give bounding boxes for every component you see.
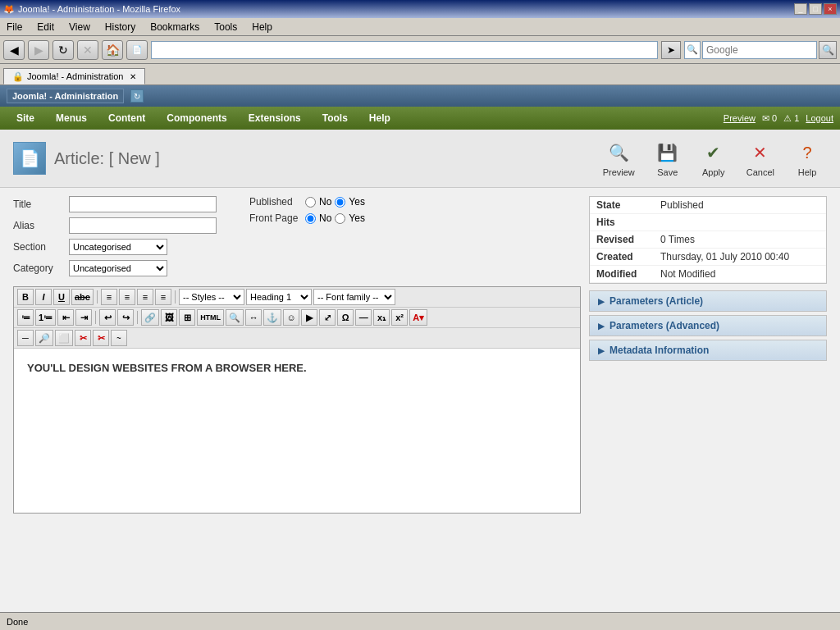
save-button[interactable]: 💾 Save xyxy=(648,136,687,180)
preview-link[interactable]: Preview xyxy=(724,113,756,123)
menu-help[interactable]: Help xyxy=(249,20,276,34)
styles-select[interactable]: -- Styles -- xyxy=(179,289,244,305)
params-article-header[interactable]: ▶ Parameters (Article) xyxy=(590,291,826,311)
undo-button[interactable]: ↩ xyxy=(99,309,116,326)
metadata-arrow: ▶ xyxy=(598,346,605,355)
tab-close-icon[interactable]: ✕ xyxy=(130,72,136,81)
search-engine-icon[interactable]: 🔍 xyxy=(684,41,701,59)
reload-button[interactable]: ↻ xyxy=(52,40,74,60)
align-justify-button[interactable]: ≡ xyxy=(155,289,171,305)
unordered-list-button[interactable]: ≔ xyxy=(17,309,34,326)
insert-image-button[interactable]: 🖼 xyxy=(161,309,177,326)
help-button[interactable]: ? Help xyxy=(788,136,827,180)
search-input[interactable] xyxy=(702,41,817,59)
menu-history[interactable]: History xyxy=(102,20,139,34)
media-button[interactable]: ▶ xyxy=(301,309,317,326)
nav-extensions[interactable]: Extensions xyxy=(239,109,311,127)
nav-site[interactable]: Site xyxy=(7,109,44,127)
nav-components[interactable]: Components xyxy=(157,109,236,127)
nav-tools[interactable]: Tools xyxy=(313,109,358,127)
insert-table-button[interactable]: ⊞ xyxy=(179,309,195,326)
frontpage-no-radio[interactable] xyxy=(305,213,316,224)
alias-input[interactable] xyxy=(69,217,217,234)
go-button[interactable]: ➤ xyxy=(661,41,681,59)
emoji-button[interactable]: ☺ xyxy=(283,309,299,326)
html-button[interactable]: HTML xyxy=(197,309,224,326)
apply-button[interactable]: ✔ Apply xyxy=(694,136,733,180)
special-chars-button[interactable]: Ω xyxy=(337,309,354,326)
address-bar[interactable] xyxy=(151,41,658,59)
params-advanced-header[interactable]: ▶ Parameters (Advanced) xyxy=(590,316,826,336)
published-yes-radio[interactable] xyxy=(335,197,345,208)
menu-tools[interactable]: Tools xyxy=(211,20,240,34)
maximize-button[interactable]: □ xyxy=(809,3,822,15)
ordered-list-button[interactable]: 1≔ xyxy=(35,309,56,326)
nav-help[interactable]: Help xyxy=(359,109,400,127)
search-area: 🔍 🔍 xyxy=(684,41,837,59)
stop-button[interactable]: ✕ xyxy=(77,40,98,60)
sup-button[interactable]: x² xyxy=(391,309,408,326)
admin-wrapper: Joomla! - Administration ↻ Site Menus Co… xyxy=(0,85,840,612)
header-refresh-button[interactable]: ↻ xyxy=(130,89,144,103)
cancel-button[interactable]: ✕ Cancel xyxy=(740,136,781,180)
title-input[interactable] xyxy=(69,196,217,212)
color-button[interactable]: A▾ xyxy=(409,309,427,326)
zoom-button[interactable]: 🔎 xyxy=(35,330,53,346)
section-select[interactable]: Uncategorised xyxy=(69,239,167,255)
pagebreak-button[interactable]: ✂ xyxy=(93,330,109,346)
category-select[interactable]: Uncategorised xyxy=(69,260,167,276)
search-button[interactable]: 🔍 xyxy=(819,41,837,59)
published-no-radio[interactable] xyxy=(305,197,316,208)
tab-bar: 🔒 Joomla! - Administration ✕ xyxy=(0,64,840,85)
divider-button[interactable]: ─ xyxy=(17,330,34,346)
heading-select[interactable]: Heading 1 xyxy=(246,289,312,305)
align-center-button[interactable]: ≡ xyxy=(119,289,135,305)
apply-label: Apply xyxy=(702,167,725,177)
cancel-label: Cancel xyxy=(746,167,774,177)
forward-button[interactable]: ▶ xyxy=(28,40,49,60)
metadata-header[interactable]: ▶ Metadata Information xyxy=(590,340,826,360)
window-controls[interactable]: _ □ × xyxy=(794,3,837,15)
params-article-panel: ▶ Parameters (Article) xyxy=(589,290,827,312)
frontpage-yes-radio[interactable] xyxy=(335,213,345,224)
strikethrough-button[interactable]: abc xyxy=(71,289,94,305)
back-button[interactable]: ◀ xyxy=(3,40,25,60)
modified-key: Modified xyxy=(596,268,654,280)
outdent-button[interactable]: ⇤ xyxy=(57,309,74,326)
menu-edit[interactable]: Edit xyxy=(34,20,57,34)
align-right-button[interactable]: ≡ xyxy=(137,289,153,305)
nav-menus[interactable]: Menus xyxy=(46,109,97,127)
read-more-button[interactable]: ✂ xyxy=(75,330,91,346)
indent-button[interactable]: ⇥ xyxy=(75,309,92,326)
template-button[interactable]: ⬜ xyxy=(55,330,73,346)
menu-file[interactable]: File xyxy=(3,20,25,34)
browser-tab-admin[interactable]: 🔒 Joomla! - Administration ✕ xyxy=(3,68,145,84)
align-left-button[interactable]: ≡ xyxy=(101,289,117,305)
nav-content[interactable]: Content xyxy=(98,109,155,127)
menu-bookmarks[interactable]: Bookmarks xyxy=(147,20,203,34)
anchor-button[interactable]: ⚓ xyxy=(263,309,281,326)
insert-link-button[interactable]: 🔗 xyxy=(141,309,159,326)
home-button[interactable]: 🏠 xyxy=(102,40,123,60)
replace-button[interactable]: ↔ xyxy=(245,309,262,326)
editor-content[interactable]: YOU'LL DESIGN WEBSITES FROM A BROWSER HE… xyxy=(14,349,580,513)
minimize-button[interactable]: _ xyxy=(794,3,807,15)
italic-button[interactable]: I xyxy=(35,289,52,305)
resize-button[interactable]: ⤢ xyxy=(319,309,336,326)
admin-nav: Site Menus Content Components Extensions… xyxy=(0,107,840,130)
hr-button[interactable]: — xyxy=(355,309,372,326)
redo-button[interactable]: ↪ xyxy=(117,309,134,326)
find-button[interactable]: 🔍 xyxy=(226,309,244,326)
new-tab-button[interactable]: 📄 xyxy=(126,40,148,60)
close-button[interactable]: × xyxy=(824,3,837,15)
logout-link[interactable]: Logout xyxy=(806,113,833,123)
menu-view[interactable]: View xyxy=(66,20,94,34)
sub-button[interactable]: x₁ xyxy=(373,309,390,326)
cleanup-button[interactable]: ~ xyxy=(111,330,127,346)
underline-button[interactable]: U xyxy=(53,289,70,305)
revised-key: Revised xyxy=(596,234,654,245)
metadata-panel: ▶ Metadata Information xyxy=(589,340,827,361)
preview-button[interactable]: 🔍 Preview xyxy=(596,136,641,180)
bold-button[interactable]: B xyxy=(17,289,34,305)
font-family-select[interactable]: -- Font family -- xyxy=(313,289,395,305)
